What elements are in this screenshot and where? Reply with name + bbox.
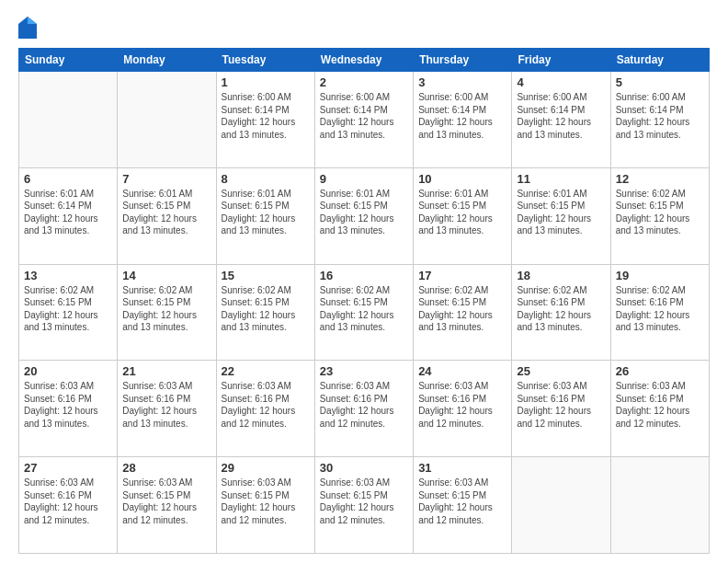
day-number: 20 (24, 364, 112, 378)
day-number: 21 (122, 364, 210, 378)
calendar-week-row: 13Sunrise: 6:02 AM Sunset: 6:15 PM Dayli… (19, 264, 710, 361)
day-number: 24 (418, 364, 506, 378)
table-row: 27Sunrise: 6:03 AM Sunset: 6:16 PM Dayli… (19, 457, 118, 554)
day-number: 29 (222, 461, 310, 475)
day-number: 30 (320, 461, 408, 475)
day-info: Sunrise: 6:03 AM Sunset: 6:16 PM Dayligh… (320, 380, 408, 430)
day-info: Sunrise: 6:03 AM Sunset: 6:16 PM Dayligh… (24, 380, 112, 430)
day-info: Sunrise: 6:03 AM Sunset: 6:15 PM Dayligh… (222, 477, 310, 526)
table-row: 15Sunrise: 6:02 AM Sunset: 6:15 PM Dayli… (216, 264, 314, 361)
day-info: Sunrise: 6:00 AM Sunset: 6:14 PM Dayligh… (418, 91, 506, 141)
calendar-week-row: 20Sunrise: 6:03 AM Sunset: 6:16 PM Dayli… (19, 361, 710, 457)
day-info: Sunrise: 6:03 AM Sunset: 6:15 PM Dayligh… (418, 477, 506, 526)
day-info: Sunrise: 6:03 AM Sunset: 6:16 PM Dayligh… (24, 477, 112, 526)
table-row: 11Sunrise: 6:01 AM Sunset: 6:15 PM Dayli… (512, 167, 610, 264)
table-row: 14Sunrise: 6:02 AM Sunset: 6:15 PM Dayli… (118, 264, 216, 361)
table-row: 3Sunrise: 6:00 AM Sunset: 6:14 PM Daylig… (414, 72, 512, 168)
day-info: Sunrise: 6:02 AM Sunset: 6:15 PM Dayligh… (122, 284, 210, 334)
day-info: Sunrise: 6:02 AM Sunset: 6:15 PM Dayligh… (24, 284, 112, 334)
day-info: Sunrise: 6:00 AM Sunset: 6:14 PM Dayligh… (616, 91, 704, 141)
day-number: 3 (418, 75, 506, 89)
day-info: Sunrise: 6:02 AM Sunset: 6:15 PM Dayligh… (418, 284, 506, 334)
logo (18, 17, 40, 39)
day-number: 8 (222, 172, 310, 186)
table-row: 6Sunrise: 6:01 AM Sunset: 6:14 PM Daylig… (19, 167, 118, 264)
day-number: 23 (320, 364, 408, 378)
day-number: 10 (418, 172, 506, 186)
table-row (118, 72, 216, 168)
day-number: 4 (517, 75, 605, 89)
table-row: 1Sunrise: 6:00 AM Sunset: 6:14 PM Daylig… (216, 72, 314, 168)
col-tuesday: Tuesday (216, 49, 314, 72)
day-info: Sunrise: 6:03 AM Sunset: 6:16 PM Dayligh… (517, 380, 605, 430)
day-info: Sunrise: 6:02 AM Sunset: 6:16 PM Dayligh… (517, 284, 605, 334)
day-number: 9 (320, 172, 408, 186)
day-number: 18 (517, 269, 605, 282)
table-row: 16Sunrise: 6:02 AM Sunset: 6:15 PM Dayli… (314, 264, 413, 361)
day-number: 5 (616, 75, 704, 89)
day-info: Sunrise: 6:00 AM Sunset: 6:14 PM Dayligh… (222, 91, 310, 141)
day-info: Sunrise: 6:00 AM Sunset: 6:14 PM Dayligh… (320, 91, 408, 141)
day-info: Sunrise: 6:01 AM Sunset: 6:15 PM Dayligh… (517, 188, 605, 237)
day-info: Sunrise: 6:00 AM Sunset: 6:14 PM Dayligh… (517, 91, 605, 141)
calendar-header-row: Sunday Monday Tuesday Wednesday Thursday… (19, 49, 710, 72)
day-info: Sunrise: 6:02 AM Sunset: 6:15 PM Dayligh… (320, 284, 408, 334)
col-thursday: Thursday (414, 49, 512, 72)
day-info: Sunrise: 6:03 AM Sunset: 6:15 PM Dayligh… (122, 477, 210, 526)
day-number: 17 (418, 269, 506, 282)
col-sunday: Sunday (19, 49, 118, 72)
day-number: 27 (24, 461, 112, 475)
day-info: Sunrise: 6:03 AM Sunset: 6:16 PM Dayligh… (616, 380, 704, 430)
table-row: 18Sunrise: 6:02 AM Sunset: 6:16 PM Dayli… (512, 264, 610, 361)
day-number: 13 (24, 269, 112, 282)
calendar-table: Sunday Monday Tuesday Wednesday Thursday… (18, 48, 710, 554)
page: Sunday Monday Tuesday Wednesday Thursday… (0, 0, 728, 563)
table-row: 17Sunrise: 6:02 AM Sunset: 6:15 PM Dayli… (414, 264, 512, 361)
table-row: 4Sunrise: 6:00 AM Sunset: 6:14 PM Daylig… (512, 72, 610, 168)
day-number: 31 (418, 461, 506, 475)
day-info: Sunrise: 6:02 AM Sunset: 6:15 PM Dayligh… (616, 188, 704, 237)
day-number: 14 (122, 269, 210, 282)
day-number: 1 (222, 75, 310, 89)
day-info: Sunrise: 6:01 AM Sunset: 6:15 PM Dayligh… (222, 188, 310, 237)
day-info: Sunrise: 6:01 AM Sunset: 6:15 PM Dayligh… (320, 188, 408, 237)
table-row: 20Sunrise: 6:03 AM Sunset: 6:16 PM Dayli… (19, 361, 118, 457)
table-row: 2Sunrise: 6:00 AM Sunset: 6:14 PM Daylig… (314, 72, 413, 168)
logo-icon (18, 17, 37, 39)
table-row: 22Sunrise: 6:03 AM Sunset: 6:16 PM Dayli… (216, 361, 314, 457)
table-row: 26Sunrise: 6:03 AM Sunset: 6:16 PM Dayli… (610, 361, 709, 457)
day-number: 2 (320, 75, 408, 89)
calendar-week-row: 27Sunrise: 6:03 AM Sunset: 6:16 PM Dayli… (19, 457, 710, 554)
day-info: Sunrise: 6:01 AM Sunset: 6:14 PM Dayligh… (24, 188, 112, 237)
table-row: 21Sunrise: 6:03 AM Sunset: 6:16 PM Dayli… (118, 361, 216, 457)
table-row: 24Sunrise: 6:03 AM Sunset: 6:16 PM Dayli… (414, 361, 512, 457)
table-row: 25Sunrise: 6:03 AM Sunset: 6:16 PM Dayli… (512, 361, 610, 457)
table-row: 10Sunrise: 6:01 AM Sunset: 6:15 PM Dayli… (414, 167, 512, 264)
day-number: 26 (616, 364, 704, 378)
calendar-week-row: 1Sunrise: 6:00 AM Sunset: 6:14 PM Daylig… (19, 72, 710, 168)
table-row: 23Sunrise: 6:03 AM Sunset: 6:16 PM Dayli… (314, 361, 413, 457)
day-number: 28 (122, 461, 210, 475)
svg-marker-1 (28, 17, 37, 24)
day-info: Sunrise: 6:03 AM Sunset: 6:16 PM Dayligh… (222, 380, 310, 430)
day-info: Sunrise: 6:01 AM Sunset: 6:15 PM Dayligh… (418, 188, 506, 237)
table-row (610, 457, 709, 554)
day-info: Sunrise: 6:02 AM Sunset: 6:15 PM Dayligh… (222, 284, 310, 334)
calendar-week-row: 6Sunrise: 6:01 AM Sunset: 6:14 PM Daylig… (19, 167, 710, 264)
table-row: 13Sunrise: 6:02 AM Sunset: 6:15 PM Dayli… (19, 264, 118, 361)
day-number: 7 (122, 172, 210, 186)
day-info: Sunrise: 6:03 AM Sunset: 6:16 PM Dayligh… (122, 380, 210, 430)
table-row: 7Sunrise: 6:01 AM Sunset: 6:15 PM Daylig… (118, 167, 216, 264)
day-number: 19 (616, 269, 704, 282)
day-number: 15 (222, 269, 310, 282)
table-row (512, 457, 610, 554)
header (18, 17, 710, 39)
col-monday: Monday (118, 49, 216, 72)
day-number: 11 (517, 172, 605, 186)
table-row: 28Sunrise: 6:03 AM Sunset: 6:15 PM Dayli… (118, 457, 216, 554)
table-row: 31Sunrise: 6:03 AM Sunset: 6:15 PM Dayli… (414, 457, 512, 554)
table-row: 9Sunrise: 6:01 AM Sunset: 6:15 PM Daylig… (314, 167, 413, 264)
day-info: Sunrise: 6:02 AM Sunset: 6:16 PM Dayligh… (616, 284, 704, 334)
col-friday: Friday (512, 49, 610, 72)
table-row: 29Sunrise: 6:03 AM Sunset: 6:15 PM Dayli… (216, 457, 314, 554)
